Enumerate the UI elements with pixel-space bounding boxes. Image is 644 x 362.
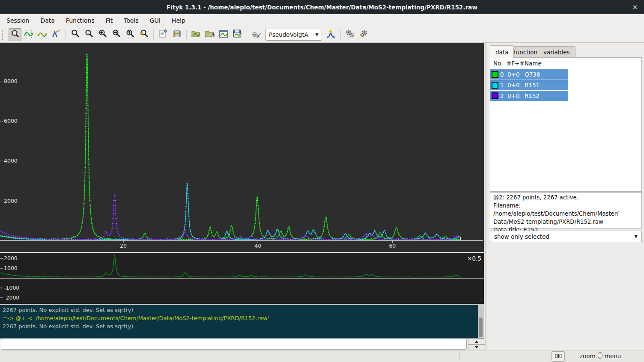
data-range-mode-button[interactable] — [22, 28, 35, 41]
data-transform-button[interactable] — [250, 28, 263, 41]
peak-wand-icon — [51, 29, 61, 40]
show-mode-dropdown[interactable]: show only selected ▼ — [490, 231, 642, 242]
export-plot-icon — [219, 29, 228, 40]
zoom-mode-button[interactable] — [9, 28, 21, 41]
menu-functions[interactable]: Functions — [62, 15, 99, 26]
fityk-window: Fityk 1.3.1 - /home/aleplo/test/Document… — [0, 0, 644, 362]
zoom-left-button[interactable] — [96, 28, 109, 41]
zoom-all-icon — [71, 29, 80, 40]
close-icon[interactable]: × — [629, 2, 641, 13]
mouse-hints-icon — [555, 353, 562, 360]
svg-text:-1000: -1000 — [4, 285, 19, 291]
menu-help[interactable]: Help — [167, 15, 190, 26]
save-image-button[interactable] — [231, 28, 244, 41]
svg-text:4000: 4000 — [4, 157, 18, 164]
mouse-hints-button[interactable] — [552, 351, 565, 362]
dataset-color-swatch — [492, 82, 498, 89]
dataset-name: R151 — [523, 82, 568, 89]
data-transform-icon — [251, 29, 262, 40]
mouse-hint-text: zoom menu — [580, 351, 621, 361]
menu-data[interactable]: Data — [36, 15, 59, 26]
gui-config-button[interactable] — [170, 28, 183, 41]
dataset-function-count: 0+0 — [507, 92, 523, 99]
menu-tools[interactable]: Tools — [119, 15, 143, 26]
open-data-icon — [191, 29, 201, 40]
dataset-function-count: 0+0 — [507, 82, 523, 89]
mouse-icon — [597, 352, 603, 360]
tab-variables[interactable]: variables — [538, 46, 575, 58]
zoom-right-button[interactable] — [110, 28, 123, 41]
column-header-name: Name — [523, 60, 568, 67]
add-function-button[interactable] — [325, 28, 337, 41]
auxiliary-plot-canvas[interactable]: 20001000-1000-2000×0.5 — [0, 253, 484, 305]
open-data-options-icon — [205, 29, 215, 40]
toolbar-separator — [66, 30, 66, 40]
dataset-info-box[interactable]: @2: 2267 points, 2267 active.Filename: /… — [490, 192, 642, 228]
open-data-options-button[interactable] — [203, 28, 216, 41]
dataset-number: 2 — [500, 92, 504, 99]
data-range-mode-icon — [24, 29, 33, 40]
zoom-vertical-icon — [125, 29, 135, 40]
add-peak-mode-icon — [38, 29, 47, 40]
edit-script-icon — [158, 29, 168, 40]
toolbar-drag-handle[interactable] — [2, 30, 6, 40]
table-row[interactable]: 20+0R152 — [490, 91, 641, 101]
open-data-button[interactable] — [190, 28, 203, 41]
menubar: SessionDataFunctionsFitToolsGUIHelp — [0, 14, 644, 27]
edit-script-button[interactable] — [157, 28, 170, 41]
show-mode-value: show only selected — [494, 233, 549, 240]
menu-fit[interactable]: Fit — [101, 15, 117, 26]
fit-run-button[interactable] — [344, 28, 357, 41]
output-console[interactable]: 2267 points. No explicit std. dev. Set a… — [0, 305, 484, 338]
dataset-table[interactable]: No #F+# Name 00+0Q73810+0R15120+0R152 — [490, 57, 642, 192]
peak-type-value: PseudoVoigtA — [269, 31, 308, 38]
zoom-previous-icon — [139, 29, 149, 40]
peak-type-combobox[interactable]: PseudoVoigtA ▼ — [265, 29, 322, 41]
svg-text:8000: 8000 — [4, 78, 18, 84]
zoom-vertical-button[interactable] — [124, 28, 137, 41]
titlebar[interactable]: Fityk 1.3.1 - /home/aleplo/test/Document… — [0, 0, 644, 14]
zoom-right-icon — [112, 29, 121, 40]
tab-data[interactable]: data — [490, 45, 514, 58]
chevron-down-icon: ▼ — [315, 32, 319, 37]
toolbar-separator — [186, 30, 187, 40]
sidebar: data functions variables No #F+# Name 00… — [485, 43, 644, 350]
table-header: No #F+# Name — [490, 58, 641, 69]
fit-undo-icon — [359, 29, 369, 40]
menu-gui[interactable]: GUI — [146, 15, 165, 26]
main-plot-canvas[interactable]: 2040608000600040002000 — [0, 43, 484, 253]
fit-undo-button[interactable] — [358, 28, 370, 41]
command-history-up-button[interactable] — [468, 339, 485, 344]
info-line: Data/MoS2-templating/PXRD/R152.raw — [493, 218, 638, 226]
svg-text:2000: 2000 — [4, 255, 18, 261]
command-input[interactable] — [1, 339, 467, 350]
export-plot-button[interactable] — [217, 28, 230, 41]
zoom-all-button[interactable] — [69, 28, 82, 41]
dataset-function-count: 0+0 — [507, 71, 523, 78]
console-scrollbar-thumb[interactable] — [479, 317, 483, 337]
chevron-down-icon: ▼ — [634, 234, 638, 239]
add-peak-mode-button[interactable] — [36, 28, 49, 41]
window-title: Fityk 1.3.1 - /home/aleplo/test/Document… — [167, 4, 477, 11]
dataset-color-swatch — [492, 71, 498, 78]
zoom-select-button[interactable] — [83, 28, 95, 41]
command-history-down-button[interactable] — [468, 344, 485, 350]
save-image-icon — [233, 29, 242, 40]
svg-text:6000: 6000 — [4, 118, 18, 124]
menu-session[interactable]: Session — [2, 15, 33, 26]
column-header-no: No — [490, 60, 507, 67]
svg-text:×0.5: ×0.5 — [467, 255, 481, 262]
chevron-up-icon — [475, 341, 478, 343]
svg-text:1000: 1000 — [4, 265, 18, 271]
svg-text:20: 20 — [120, 243, 127, 249]
peak-wand-mode-button[interactable] — [50, 28, 63, 41]
svg-text:2000: 2000 — [4, 198, 18, 204]
hint-menu-label: menu — [605, 353, 621, 359]
table-row[interactable]: 10+0R151 — [490, 80, 641, 91]
svg-text:-2000: -2000 — [4, 294, 19, 301]
statusbar — [0, 350, 644, 362]
table-row[interactable]: 00+0Q738 — [490, 69, 641, 80]
zoom-previous-button[interactable] — [137, 28, 150, 41]
toolbar-separator — [247, 30, 247, 40]
toolbar: PseudoVoigtA ▼ — [0, 27, 644, 43]
